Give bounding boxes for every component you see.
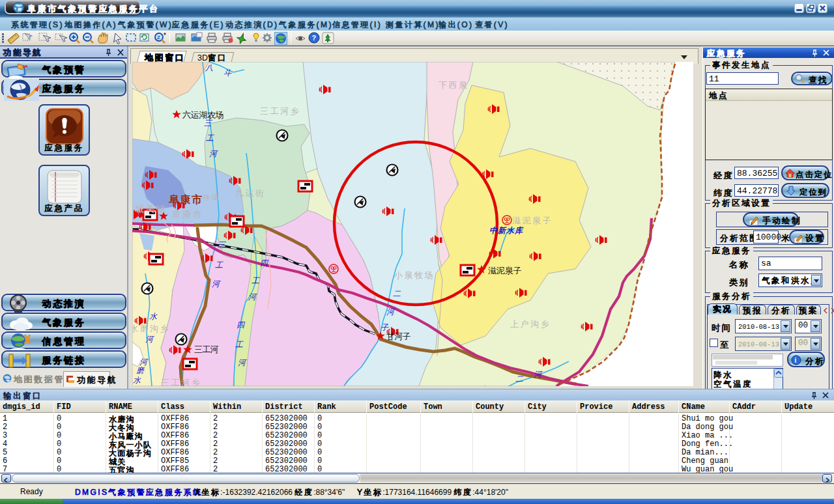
svg-text:河: 河: [248, 292, 257, 301]
svg-text:工: 工: [235, 340, 244, 349]
svg-text:四: 四: [260, 259, 269, 268]
svg-text:斗: 斗: [223, 68, 232, 77]
svg-text:三工河: 三工河: [194, 344, 220, 354]
svg-text:磨: 磨: [136, 366, 145, 375]
svg-text:九运街: 九运街: [235, 188, 266, 198]
svg-text:河: 河: [209, 149, 218, 158]
svg-text:下西泉: 下西泉: [439, 80, 469, 90]
svg-text:三工河乡: 三工河乡: [260, 106, 300, 116]
svg-text:中新水库: 中新水库: [489, 226, 524, 235]
svg-text:二: 二: [515, 374, 524, 384]
svg-text:三: 三: [218, 240, 227, 249]
svg-text:阜康市: 阜康市: [171, 209, 204, 219]
svg-text:城关镇: 城关镇: [134, 204, 167, 214]
svg-text:四: 四: [237, 320, 246, 329]
svg-text:水: 水: [149, 312, 158, 321]
svg-text:滋泥泉子: 滋泥泉子: [512, 216, 553, 225]
svg-text:Z: Z: [157, 35, 160, 40]
svg-text:河: 河: [145, 335, 154, 344]
svg-text:河: 河: [238, 358, 247, 367]
svg-text:阜康市: 阜康市: [168, 193, 203, 205]
svg-text:水磨沟乡: 水磨沟乡: [132, 324, 170, 333]
svg-text:三: 三: [204, 119, 213, 128]
svg-text:工: 工: [252, 276, 260, 285]
svg-text:工: 工: [215, 260, 223, 270]
svg-text:八: 八: [205, 63, 214, 72]
svg-text:水: 水: [133, 376, 141, 385]
svg-text:神场: 神场: [203, 193, 220, 201]
svg-text:上户沟乡: 上户沟乡: [510, 319, 551, 329]
svg-text:河: 河: [212, 279, 221, 288]
svg-text:子: 子: [381, 323, 389, 332]
svg-text:甘河子: 甘河子: [386, 331, 412, 341]
svg-text:河: 河: [386, 307, 395, 316]
svg-text:小泉牧场: 小泉牧场: [394, 270, 435, 280]
svg-text:i: i: [795, 357, 797, 364]
svg-text:?: ?: [312, 34, 317, 42]
svg-text:滋泥泉子: 滋泥泉子: [488, 266, 523, 275]
svg-text:河: 河: [534, 370, 543, 379]
svg-text:二: 二: [393, 289, 401, 298]
svg-text:工: 工: [206, 133, 214, 143]
svg-text:河: 河: [139, 357, 149, 367]
svg-text:三工河乡: 三工河乡: [161, 378, 201, 386]
